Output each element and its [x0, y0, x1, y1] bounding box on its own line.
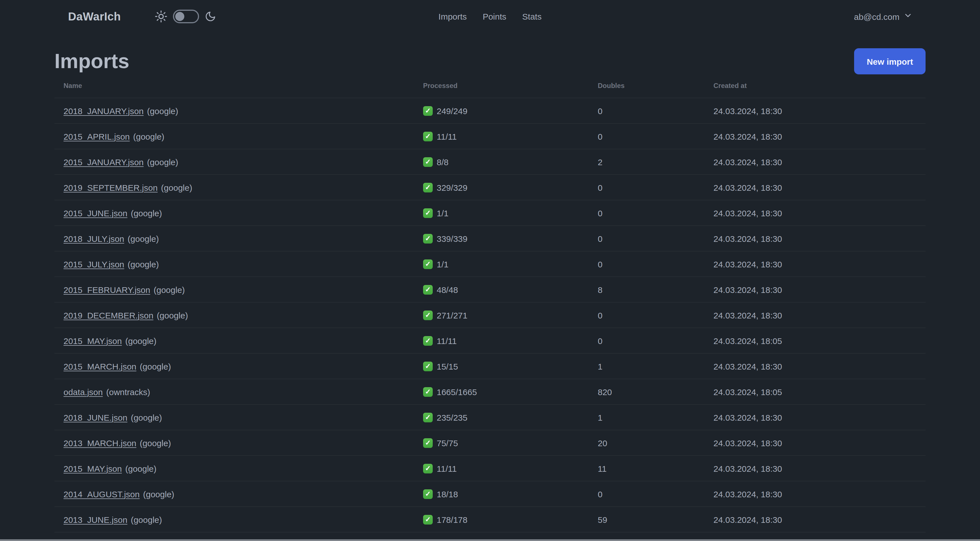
page-title: Imports — [54, 48, 129, 75]
processed-count: 1665/1665 — [437, 387, 477, 397]
import-file-link[interactable]: 2019_DECEMBER.json — [64, 310, 153, 320]
import-source-label: (google) — [161, 182, 192, 192]
doubles-count: 820 — [589, 379, 705, 404]
import-file-link[interactable]: 2015_MARCH.json — [64, 361, 137, 371]
import-source-label: (google) — [133, 131, 164, 141]
name-cell: 2018_JUNE.json(google) — [54, 404, 414, 430]
processed-cell: ✓ 18/18 — [414, 481, 589, 507]
created-at-value: 24.03.2024, 18:30 — [705, 302, 926, 328]
processed-count: 11/11 — [437, 463, 457, 473]
created-at-value: 24.03.2024, 18:30 — [705, 149, 926, 175]
created-at-value: 24.03.2024, 18:30 — [705, 481, 926, 507]
import-source-label: (owntracks) — [106, 387, 150, 397]
import-source-label: (google) — [140, 361, 171, 371]
import-source-label: (google) — [140, 438, 171, 448]
doubles-count: 59 — [589, 507, 705, 532]
import-file-link[interactable]: 2015_APRIL.json — [64, 131, 130, 141]
import-source-label: (google) — [131, 515, 162, 524]
import-file-link[interactable]: 2018_JULY.json — [64, 234, 124, 243]
import-file-link[interactable]: 2015_MAY.json — [64, 336, 122, 345]
processed-cell: ✓ 8/8 — [414, 149, 589, 175]
user-menu[interactable]: ab@cd.com — [854, 11, 912, 22]
processed-count: 8/8 — [437, 157, 449, 167]
processed-count: 1/1 — [437, 208, 449, 218]
name-cell: 2018_JANUARY.json(google) — [54, 98, 414, 123]
name-cell: 2015_FEBRUARY.json(google) — [54, 277, 414, 302]
processed-cell: ✓ 11/11 — [414, 123, 589, 149]
check-icon: ✓ — [423, 412, 433, 422]
processed-count: 18/18 — [437, 489, 458, 499]
processed-count: 339/339 — [437, 234, 467, 243]
created-at-value: 24.03.2024, 18:30 — [705, 226, 926, 251]
doubles-count: 0 — [589, 98, 705, 123]
import-source-label: (google) — [131, 208, 162, 218]
created-at-value: 24.03.2024, 18:05 — [705, 328, 926, 353]
created-at-value: 24.03.2024, 18:30 — [705, 98, 926, 123]
import-file-link[interactable]: 2019_SEPTEMBER.json — [64, 182, 158, 192]
table-row: 2013_MARCH.json(google) ✓ 75/75 20 24.03… — [54, 430, 926, 456]
import-file-link[interactable]: 2013_MARCH.json — [64, 438, 137, 448]
import-file-link[interactable]: 2015_FEBRUARY.json — [64, 285, 150, 294]
table-body: 2018_JANUARY.json(google) ✓ 249/249 0 24… — [54, 98, 926, 541]
import-file-link[interactable]: 2015_JULY.json — [64, 259, 124, 269]
processed-count: 271/271 — [437, 310, 467, 320]
top-navbar: DaWarIch — [0, 0, 980, 33]
table-header-row: Name Processed Doubles Created at — [54, 75, 926, 98]
import-file-link[interactable]: 2015_JANUARY.json — [64, 157, 143, 167]
check-icon: ✓ — [423, 208, 433, 218]
processed-cell: ✓ 1665/1665 — [414, 379, 589, 404]
import-file-link[interactable]: 2013_JUNE.json — [64, 515, 127, 524]
nav-item-points[interactable]: Points — [483, 12, 506, 21]
imports-table: Name Processed Doubles Created at 2018_J… — [54, 75, 926, 541]
main-nav: Imports Points Stats — [438, 12, 542, 21]
processed-cell: ✓ 339/339 — [414, 226, 589, 251]
import-source-label: (google) — [127, 234, 159, 243]
import-file-link[interactable]: 2015_MAY.json — [64, 463, 122, 473]
doubles-count: 1 — [589, 404, 705, 430]
processed-cell: ✓ 178/178 — [414, 507, 589, 532]
processed-count: 1/1 — [437, 259, 449, 269]
doubles-count: 0 — [589, 328, 705, 353]
name-cell: 2015_MARCH.json(google) — [54, 353, 414, 379]
name-cell: 2014_AUGUST.json(google) — [54, 481, 414, 507]
import-source-label: (google) — [125, 463, 156, 473]
page-header: Imports New import — [54, 48, 926, 75]
table-row: 2015_MAY.json(google) ✓ 11/11 11 24.03.2… — [54, 456, 926, 481]
doubles-count: 0 — [589, 302, 705, 328]
check-icon: ✓ — [423, 361, 433, 371]
table-row: 2019_SEPTEMBER.json(google) ✓ 329/329 0 … — [54, 175, 926, 200]
table-row: 2015_MARCH.json(google) ✓ 15/15 1 24.03.… — [54, 353, 926, 379]
created-at-value: 24.03.2024, 18:30 — [705, 175, 926, 200]
table-row: 2015_APRIL.json(google) ✓ 11/11 0 24.03.… — [54, 123, 926, 149]
import-source-label: (google) — [147, 106, 178, 115]
check-icon: ✓ — [423, 463, 433, 473]
column-header-name: Name — [54, 75, 414, 98]
import-file-link[interactable]: 2014_AUGUST.json — [64, 489, 140, 499]
nav-item-stats[interactable]: Stats — [522, 12, 542, 21]
name-cell: 2015_APRIL.json(google) — [54, 123, 414, 149]
app-logo[interactable]: DaWarIch — [68, 10, 121, 23]
table-row: 2018_JANUARY.json(google) ✓ 249/249 0 24… — [54, 98, 926, 123]
import-file-link[interactable]: 2018_JUNE.json — [64, 412, 127, 422]
moon-icon — [205, 11, 216, 22]
name-cell: odata.json(owntracks) — [54, 379, 414, 404]
doubles-count: 1 — [589, 353, 705, 379]
created-at-value: 24.03.2024, 18:30 — [705, 200, 926, 226]
name-cell: 2013_MARCH.json(google) — [54, 430, 414, 456]
nav-item-imports[interactable]: Imports — [438, 12, 467, 21]
processed-count: 11/11 — [437, 336, 457, 345]
import-file-link[interactable]: 2018_JANUARY.json — [64, 106, 143, 115]
theme-toggle[interactable] — [173, 10, 199, 23]
import-source-label: (google) — [143, 489, 174, 499]
theme-toggle-knob — [175, 12, 184, 21]
doubles-count: 0 — [589, 175, 705, 200]
doubles-count: 0 — [589, 481, 705, 507]
processed-count: 15/15 — [437, 361, 458, 371]
doubles-count: 0 — [589, 200, 705, 226]
table-row: 2018_JULY.json(google) ✓ 339/339 0 24.03… — [54, 226, 926, 251]
import-file-link[interactable]: odata.json — [64, 387, 103, 397]
new-import-button[interactable]: New import — [854, 48, 926, 74]
import-file-link[interactable]: 2015_JUNE.json — [64, 208, 127, 218]
processed-cell: ✓ 15/15 — [414, 353, 589, 379]
horizontal-scrollbar[interactable] — [0, 539, 980, 541]
